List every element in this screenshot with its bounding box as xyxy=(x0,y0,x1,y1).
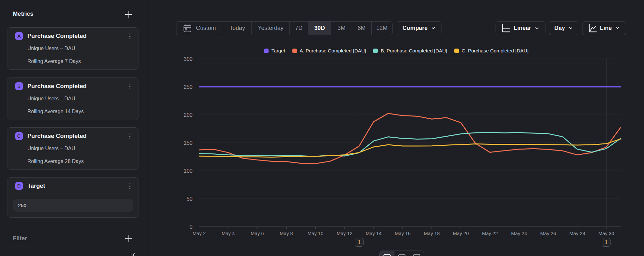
svg-text:300: 300 xyxy=(184,56,193,62)
svg-text:May 10: May 10 xyxy=(308,231,323,236)
svg-text:200: 200 xyxy=(184,112,193,118)
svg-text:May 4: May 4 xyxy=(222,231,235,236)
svg-text:0: 0 xyxy=(190,224,193,230)
svg-text:May 18: May 18 xyxy=(424,231,440,236)
svg-text:100: 100 xyxy=(184,168,193,174)
svg-text:May 2: May 2 xyxy=(193,231,206,236)
svg-text:May 22: May 22 xyxy=(482,231,498,236)
svg-text:May 16: May 16 xyxy=(395,231,411,236)
svg-text:May 14: May 14 xyxy=(366,231,382,236)
svg-text:50: 50 xyxy=(187,196,193,202)
svg-text:May 8: May 8 xyxy=(280,231,293,236)
svg-text:150: 150 xyxy=(184,140,193,146)
svg-text:May 26: May 26 xyxy=(540,231,556,236)
svg-text:250: 250 xyxy=(184,84,193,90)
svg-text:May 20: May 20 xyxy=(453,231,469,236)
svg-text:May 12: May 12 xyxy=(336,231,352,236)
svg-text:May 6: May 6 xyxy=(251,231,264,236)
svg-text:May 24: May 24 xyxy=(511,231,527,236)
svg-text:May 30: May 30 xyxy=(598,231,614,236)
svg-text:May 28: May 28 xyxy=(569,231,585,236)
